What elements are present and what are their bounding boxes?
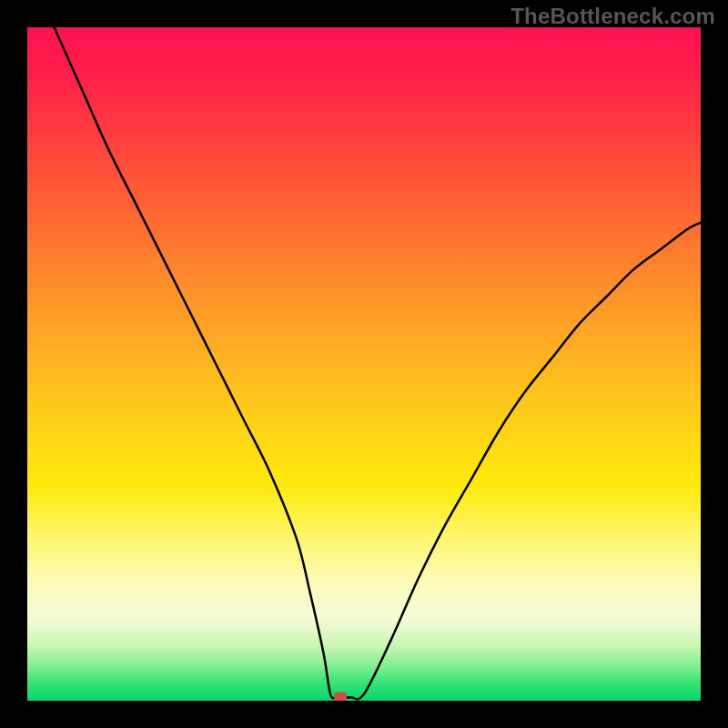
bottleneck-curve bbox=[55, 27, 701, 699]
chart-frame: TheBottleneck.com bbox=[0, 0, 728, 728]
curve-svg bbox=[27, 27, 701, 701]
optimal-marker bbox=[334, 693, 347, 701]
watermark-text: TheBottleneck.com bbox=[511, 4, 715, 29]
plot-area bbox=[27, 27, 701, 701]
